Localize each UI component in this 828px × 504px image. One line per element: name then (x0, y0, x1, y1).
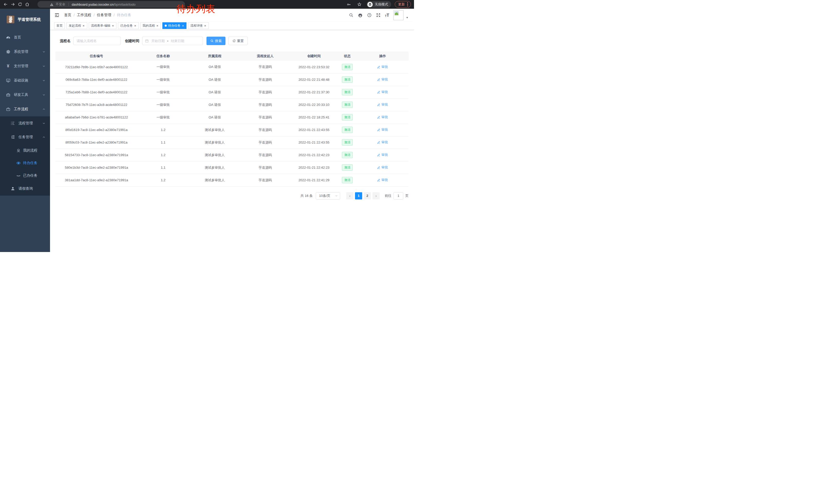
approve-label: 审批 (381, 102, 388, 107)
sidebar-item-workflow[interactable]: 工作流程 (0, 102, 50, 117)
create-time-label: 创建时间 (125, 39, 139, 43)
sidebar-item-my-process[interactable]: 我的流程 (0, 144, 50, 156)
sidebar-item-todo-tasks[interactable]: 待办任务 (0, 156, 50, 169)
search-icon[interactable] (349, 13, 354, 17)
tab-chip[interactable]: 发起流程× (67, 22, 87, 29)
security-warning-icon[interactable] (50, 3, 54, 6)
address-bar[interactable]: 不安全 dashboard.yudao.iocoder.cn/bpm/task/… (37, 1, 185, 8)
chevron-down-icon (42, 50, 45, 53)
cell-starter: 芋道源码 (241, 98, 290, 111)
reload-icon[interactable] (16, 1, 24, 8)
page-size-select[interactable]: 10条/页 (316, 192, 340, 199)
page-button-2[interactable]: 2 (364, 192, 371, 199)
breadcrumb-item[interactable]: 任务管理 (97, 13, 111, 17)
page-size-value: 10条/页 (319, 193, 330, 198)
status-badge: 激活 (342, 152, 353, 158)
page-button-1[interactable]: 1 (355, 192, 362, 199)
cell-actions: 审批 (357, 61, 409, 73)
total-count: 共 16 条 (300, 193, 313, 198)
next-page-button[interactable]: › (372, 192, 380, 199)
tab-close-icon[interactable]: × (134, 24, 136, 28)
browser-actions: 无痕模式 更新 (345, 1, 411, 8)
sidebar-item-task-management[interactable]: 任务管理 (0, 130, 50, 144)
approve-button[interactable]: 审批 (377, 115, 388, 120)
approve-label: 审批 (381, 165, 388, 170)
tab-chip[interactable]: 已办任务× (118, 22, 139, 29)
breadcrumb-item[interactable]: 待办任务 (117, 13, 131, 17)
breadcrumb-item[interactable]: 首页 (64, 13, 71, 17)
bookmark-star-icon[interactable] (356, 1, 363, 8)
cell-flow: OA 请假 (189, 61, 241, 73)
approve-button[interactable]: 审批 (377, 77, 388, 82)
tab-close-icon[interactable]: × (181, 24, 184, 28)
cell-actions: 审批 (357, 98, 409, 111)
table-row: a6aba0a4-7b6d-11ec-b781-acde48001122一级审批… (55, 111, 409, 124)
approve-button[interactable]: 审批 (377, 140, 388, 145)
tab-close-icon[interactable]: × (156, 24, 159, 28)
date-range-picker[interactable]: 开始日期 - 结束日期 (142, 37, 203, 45)
font-size-icon[interactable]: TT (385, 13, 389, 17)
approve-button[interactable]: 审批 (377, 102, 388, 107)
tab-close-icon[interactable]: × (204, 24, 206, 28)
help-icon[interactable]: ? (367, 13, 372, 17)
key-icon[interactable] (345, 1, 352, 8)
update-button[interactable]: 更新 (395, 1, 411, 8)
cell-created: 2022-01-22 23:53:32 (290, 61, 338, 73)
avatar-caret-icon[interactable]: ▾ (406, 16, 408, 20)
col-task-id: 任务编号 (55, 51, 137, 61)
home-icon[interactable] (24, 1, 31, 8)
avatar[interactable] (394, 10, 404, 20)
sidebar-item-leave-query[interactable]: 请假查询 (0, 182, 50, 196)
fullscreen-icon[interactable] (376, 13, 381, 17)
tab-close-icon[interactable]: × (112, 24, 114, 28)
prev-page-button[interactable]: ‹ (346, 192, 354, 199)
col-status: 状态 (338, 51, 357, 61)
sidebar-toggle-icon[interactable] (54, 12, 59, 18)
forward-icon[interactable] (9, 1, 16, 8)
broken-image-icon (394, 11, 399, 16)
logo-row[interactable]: 芋道管理系统 (0, 9, 50, 30)
cell-flow: 测试多审批人 (189, 136, 241, 149)
cell-task-id: 73211d9d-7b9b-11ec-b5b7-acde48001122 (55, 61, 137, 73)
back-icon[interactable] (2, 1, 9, 8)
gear-icon (6, 49, 10, 54)
sidebar-item-system[interactable]: 系统管理 (0, 45, 50, 59)
cell-task-id: 8f059c03-7ac8-11ec-a9e2-a2380e71991a (55, 136, 137, 149)
tab-chip[interactable]: 我的流程× (140, 22, 161, 29)
sidebar-item-home[interactable]: 首页 (0, 30, 50, 45)
approve-label: 审批 (381, 140, 388, 145)
tab-chip[interactable]: 待办任务× (162, 22, 187, 29)
cell-starter: 芋道源码 (241, 61, 290, 73)
cell-task-id: 580e1b3d-7ac8-11ec-a9e2-a2380e71991a (55, 161, 137, 174)
cell-task-name: 1.2 (137, 174, 189, 186)
sidebar-item-payment[interactable]: ¥ 支付管理 (0, 59, 50, 73)
search-button[interactable]: 搜索 (206, 37, 225, 45)
approve-button[interactable]: 审批 (377, 152, 388, 157)
url-path: /bpm/task/todo (114, 3, 135, 6)
cell-actions: 审批 (357, 73, 409, 86)
cell-actions: 审批 (357, 124, 409, 136)
sidebar-item-infrastructure[interactable]: 基础设施 (0, 73, 50, 88)
reset-button[interactable]: 重置 (228, 37, 248, 45)
approve-button[interactable]: 审批 (377, 64, 388, 69)
github-icon[interactable] (358, 13, 363, 18)
cell-starter: 芋道源码 (241, 73, 290, 86)
approve-button[interactable]: 审批 (377, 127, 388, 132)
tab-close-icon[interactable]: × (82, 24, 85, 28)
sidebar-item-done-tasks[interactable]: 已办任务 (0, 169, 50, 182)
tab-label: 我的流程 (142, 24, 155, 28)
tab-chip[interactable]: 流程详情× (188, 22, 209, 29)
sidebar-item-process-management[interactable]: 流程管理 (0, 117, 50, 130)
process-name-input[interactable] (73, 37, 121, 45)
tab-chip[interactable]: 首页 (54, 22, 65, 29)
breadcrumb-item[interactable]: 工作流程 (77, 13, 91, 17)
approve-button[interactable]: 审批 (377, 165, 388, 170)
status-badge: 激活 (342, 139, 353, 146)
browser-menu-dots-icon[interactable] (407, 2, 408, 6)
breadcrumb: 首页/工作流程/任务管理/待办任务 (64, 13, 131, 17)
approve-button[interactable]: 审批 (377, 178, 388, 182)
approve-button[interactable]: 审批 (377, 90, 388, 94)
tab-chip[interactable]: 流程表单-编辑× (89, 22, 117, 29)
goto-page-input[interactable] (394, 192, 403, 199)
sidebar-item-devtools[interactable]: 研发工具 (0, 88, 50, 102)
